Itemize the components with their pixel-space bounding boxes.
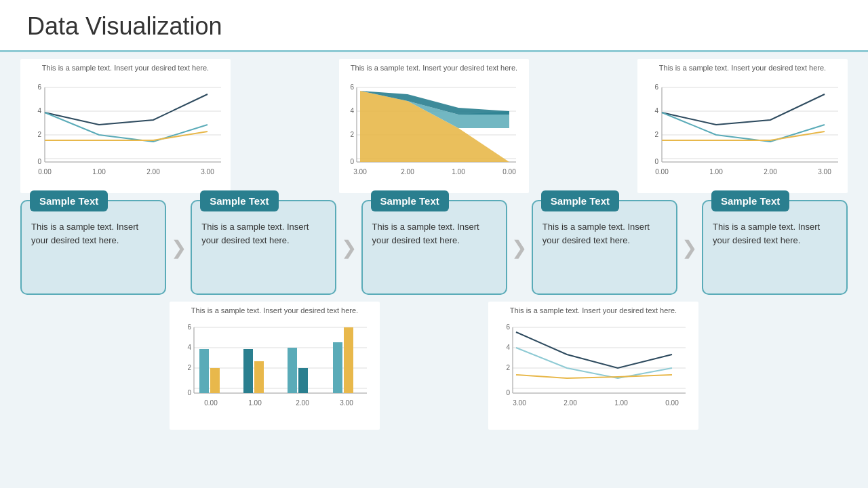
process-label-2: Sample Text	[200, 190, 278, 211]
process-box-2: Sample Text This is a sample text. Inser…	[191, 200, 336, 295]
process-label-1: Sample Text	[30, 190, 108, 211]
svg-rect-62	[254, 361, 264, 393]
chart-bottom-right: This is a sample text. Insert your desir…	[488, 302, 698, 429]
arrow-3: ❯	[509, 237, 530, 259]
svg-text:2.00: 2.00	[764, 168, 777, 176]
svg-rect-66	[344, 327, 353, 393]
svg-text:3.00: 3.00	[340, 399, 353, 407]
svg-text:3.00: 3.00	[353, 168, 367, 176]
chart-top-center: This is a sample text. Insert your desir…	[339, 59, 529, 193]
svg-rect-59	[199, 349, 209, 393]
svg-text:1.00: 1.00	[709, 168, 723, 176]
chart-top-center-svg: 6 4 2 0 3.00 2.00 1.00 0.00	[343, 74, 526, 189]
svg-text:0: 0	[187, 389, 191, 396]
svg-text:2: 2	[350, 131, 354, 138]
arrow-4: ❯	[679, 237, 700, 259]
svg-text:2.00: 2.00	[564, 399, 577, 407]
svg-text:3.00: 3.00	[818, 168, 831, 176]
chart-bottom-left: This is a sample text. Insert your desir…	[170, 302, 380, 429]
svg-text:0.00: 0.00	[38, 168, 52, 176]
svg-text:2.00: 2.00	[401, 168, 414, 176]
svg-text:1.00: 1.00	[92, 168, 106, 176]
svg-text:0: 0	[506, 389, 510, 396]
chart-bottom-left-title: This is a sample text. Insert your desir…	[174, 306, 376, 315]
svg-text:6: 6	[37, 83, 41, 91]
svg-text:0: 0	[654, 158, 658, 165]
chart-top-right: This is a sample text. Insert your desir…	[637, 59, 848, 193]
chart-top-center-title: This is a sample text. Insert your desir…	[343, 63, 525, 73]
slide-content: This is a sample text. Insert your desir…	[0, 52, 868, 436]
top-charts-row: This is a sample text. Insert your desir…	[20, 59, 848, 193]
svg-text:1.00: 1.00	[452, 168, 465, 176]
svg-text:4: 4	[654, 107, 658, 115]
svg-text:4: 4	[187, 344, 191, 351]
svg-text:2: 2	[654, 131, 658, 138]
svg-text:6: 6	[654, 83, 658, 91]
process-label-3: Sample Text	[371, 190, 449, 211]
svg-text:0: 0	[37, 158, 41, 165]
svg-text:2.00: 2.00	[146, 168, 160, 176]
process-box-1: Sample Text This is a sample text. Inser…	[20, 200, 166, 295]
svg-text:3.00: 3.00	[513, 399, 526, 407]
chart-top-left: This is a sample text. Insert your desir…	[20, 59, 231, 193]
svg-text:6: 6	[506, 323, 510, 331]
chart-top-right-title: This is a sample text. Insert your desir…	[642, 63, 844, 73]
svg-text:6: 6	[350, 83, 354, 91]
svg-rect-61	[243, 349, 253, 393]
chart-bottom-right-svg: 6 4 2 0 3.00 2.00 1.00 0.00	[492, 317, 696, 426]
svg-rect-64	[298, 368, 308, 393]
process-label-5: Sample Text	[711, 190, 789, 211]
svg-text:0.00: 0.00	[665, 399, 679, 407]
bottom-charts-row: This is a sample text. Insert your desir…	[20, 302, 848, 429]
svg-text:0: 0	[350, 158, 354, 165]
process-box-3: Sample Text This is a sample text. Inser…	[361, 200, 507, 295]
process-row: Sample Text This is a sample text. Inser…	[20, 200, 848, 295]
chart-bottom-right-title: This is a sample text. Insert your desir…	[492, 306, 694, 315]
svg-text:4: 4	[37, 107, 41, 115]
svg-text:0.00: 0.00	[204, 399, 218, 407]
chart-top-left-title: This is a sample text. Insert your desir…	[24, 63, 226, 73]
chart-top-left-svg: 6 4 2 0 0.00 1.00 2.00 3.00	[24, 74, 228, 189]
svg-rect-60	[210, 368, 220, 393]
svg-text:2.00: 2.00	[296, 399, 309, 407]
chart-bottom-left-svg: 6 4 2 0 0.00 1.00 2.00 3.00	[174, 317, 377, 426]
svg-text:2: 2	[187, 364, 191, 371]
arrow-1: ❯	[168, 237, 189, 259]
svg-text:3.00: 3.00	[201, 168, 214, 176]
chart-top-right-svg: 6 4 2 0 0.00 1.00 2.00 3.00	[642, 74, 845, 189]
svg-rect-63	[288, 348, 297, 393]
process-box-5: Sample Text This is a sample text. Inser…	[702, 200, 848, 295]
svg-text:4: 4	[506, 344, 510, 351]
svg-text:2: 2	[506, 364, 510, 371]
page-title: Data Visualization	[27, 12, 841, 41]
arrow-2: ❯	[338, 237, 359, 259]
svg-text:0.00: 0.00	[502, 168, 516, 176]
svg-rect-65	[333, 342, 342, 393]
svg-text:1.00: 1.00	[248, 399, 262, 407]
svg-text:0.00: 0.00	[655, 168, 669, 176]
slide-header: Data Visualization	[0, 0, 868, 52]
slide: Data Visualization This is a sample text…	[0, 0, 868, 488]
process-label-4: Sample Text	[541, 190, 619, 211]
svg-text:2: 2	[37, 131, 41, 138]
svg-text:4: 4	[350, 107, 354, 115]
process-box-4: Sample Text This is a sample text. Inser…	[532, 200, 677, 295]
svg-text:6: 6	[187, 323, 191, 331]
svg-text:1.00: 1.00	[614, 399, 628, 407]
